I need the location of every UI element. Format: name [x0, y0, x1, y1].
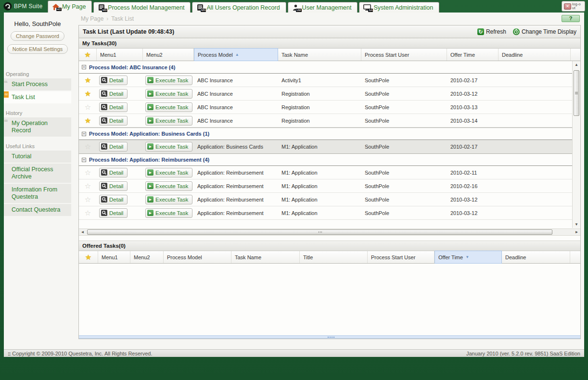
column-header-menu2[interactable]: Menu2 — [143, 49, 194, 61]
detail-button[interactable]: Detail — [99, 195, 128, 204]
task-row[interactable]: ★Detail▶Execute TaskABC InsuranceRegistr… — [79, 114, 572, 127]
favorite-star-cell[interactable]: ★ — [79, 116, 97, 125]
favorite-star-cell[interactable]: ★ — [79, 76, 97, 85]
column-header-process-model[interactable]: Process Model▲ — [194, 48, 278, 61]
play-icon: ▶ — [147, 90, 153, 97]
magnifier-icon — [101, 169, 107, 176]
scroll-right-arrow[interactable]: ► — [573, 229, 580, 235]
detail-label: Detail — [109, 170, 123, 176]
task-row[interactable]: ☆Detail▶Execute TaskApplication: Reimbur… — [79, 206, 572, 220]
task-row[interactable]: ☆Detail▶Execute TaskApplication: Reimbur… — [79, 193, 572, 206]
sidebar-item-start-process[interactable]: 01Start Process — [4, 78, 71, 90]
horizontal-scrollbar-thumb[interactable] — [87, 229, 552, 235]
execute-task-button[interactable]: ▶Execute Task — [145, 208, 192, 218]
star-column-header[interactable]: ★ — [79, 251, 98, 263]
process-model-group-header[interactable]: −Process Model: Application: Reimburseme… — [79, 153, 572, 166]
sidebar-item-contact-questetra[interactable]: Contact Questetra — [4, 204, 71, 216]
sidebar-item-information-from-questetra[interactable]: Information From Questetra — [4, 184, 71, 203]
column-header-deadline[interactable]: Deadline — [502, 251, 570, 263]
notice-email-settings-button[interactable]: Notice EMail Settings — [7, 44, 68, 54]
execute-task-button[interactable]: ▶Execute Task — [145, 195, 192, 204]
menu1-cell: Detail — [97, 195, 143, 204]
column-header-process-model[interactable]: Process Model — [164, 251, 231, 263]
execute-task-button[interactable]: ▶Execute Task — [145, 142, 192, 152]
execute-task-button[interactable]: ▶Execute Task — [145, 168, 192, 177]
task-row[interactable]: ☆Detail▶Execute TaskABC InsuranceRegistr… — [79, 101, 572, 114]
sort-asc-icon: ▲ — [235, 52, 239, 57]
detail-button[interactable]: Detail — [99, 142, 128, 152]
logout-button[interactable]: ✕ log-out — [562, 1, 585, 12]
column-header-task-name[interactable]: Task Name — [278, 49, 361, 61]
task-row[interactable]: ★Detail▶Execute TaskABC InsuranceActivit… — [79, 74, 572, 87]
panel-resize-splitter[interactable] — [79, 335, 580, 339]
column-header-title[interactable]: Title — [300, 251, 368, 263]
column-header-label: Title — [303, 254, 313, 260]
execute-task-button[interactable]: ▶Execute Task — [145, 76, 192, 85]
vertical-scrollbar-thumb[interactable] — [574, 70, 579, 116]
column-header-task-name[interactable]: Task Name — [231, 251, 300, 263]
sidebar-section-label-operating: Operating — [6, 71, 71, 77]
scroll-up-arrow[interactable]: ▲ — [573, 61, 580, 68]
column-header-menu2[interactable]: Menu2 — [130, 251, 164, 263]
process-model-cell: Application: Reimbursement — [194, 170, 278, 176]
tab-system-administration[interactable]: SASystem Administration — [359, 2, 439, 13]
clock-icon — [513, 28, 520, 35]
execute-task-button[interactable]: ▶Execute Task — [145, 116, 192, 126]
execute-task-button[interactable]: ▶Execute Task — [145, 102, 192, 112]
magnifier-icon — [101, 77, 107, 83]
sidebar-item-label: Contact Questetra — [12, 206, 60, 213]
task-row[interactable]: ☆Detail▶Execute TaskApplication: Busines… — [79, 140, 572, 153]
column-header-offer-time[interactable]: Offer Time▼ — [435, 251, 502, 264]
tab-all-users-operation-record[interactable]: MNAll Users Operation Record — [192, 2, 286, 13]
menu1-cell: Detail — [97, 208, 143, 218]
favorite-star-cell[interactable]: ☆ — [79, 182, 97, 190]
column-header-process-start-user[interactable]: Process Start User — [368, 251, 435, 263]
column-header-offer-time[interactable]: Offer Time — [447, 49, 499, 61]
tab-user-management[interactable]: UMUser Management — [288, 2, 358, 13]
column-header-deadline[interactable]: Deadline — [499, 49, 571, 61]
scroll-left-arrow[interactable]: ◄ — [79, 229, 86, 235]
detail-button[interactable]: Detail — [99, 208, 128, 218]
detail-button[interactable]: Detail — [99, 116, 128, 126]
column-header-menu1[interactable]: Menu1 — [97, 49, 143, 61]
detail-button[interactable]: Detail — [99, 89, 128, 99]
favorite-star-cell[interactable]: ★ — [79, 89, 97, 98]
column-header-process-start-user[interactable]: Process Start User — [361, 49, 447, 61]
breadcrumb-my-page[interactable]: My Page — [81, 15, 103, 22]
tab-label: Process Model Management — [108, 4, 184, 11]
process-model-group-header[interactable]: −Process Model: Application: Business Ca… — [79, 127, 572, 140]
detail-button[interactable]: Detail — [99, 181, 128, 191]
help-button[interactable]: ? — [562, 15, 580, 22]
detail-button[interactable]: Detail — [99, 102, 128, 112]
task-row[interactable]: ★Detail▶Execute TaskABC InsuranceRegistr… — [79, 87, 572, 101]
task-row[interactable]: ☆Detail▶Execute TaskApplication: Reimbur… — [79, 179, 572, 193]
refresh-button[interactable]: ↻ Refresh — [477, 28, 506, 35]
vertical-scrollbar[interactable]: ▲ ▼ — [572, 61, 580, 228]
favorite-star-cell[interactable]: ☆ — [79, 103, 97, 112]
favorite-star-cell[interactable]: ☆ — [79, 209, 97, 217]
horizontal-scrollbar[interactable]: ◄ ► — [79, 228, 580, 236]
tab-process-model-management[interactable]: MDProcess Model Management — [93, 2, 191, 13]
favorite-star-cell[interactable]: ☆ — [79, 195, 97, 204]
task-row[interactable]: ☆Detail▶Execute TaskApplication: Reimbur… — [79, 166, 572, 179]
scroll-down-arrow[interactable]: ▼ — [573, 221, 580, 228]
star-column-header[interactable]: ★ — [79, 49, 97, 61]
process-model-group-header[interactable]: −Process Model: ABC Insurance (4) — [79, 61, 572, 74]
favorite-star-cell[interactable]: ☆ — [79, 168, 97, 177]
sidebar-item-tutorial[interactable]: Tutorial — [4, 151, 71, 163]
menu2-cell: ▶Execute Task — [143, 181, 194, 191]
tab-my-page[interactable]: HOMy Page — [48, 0, 92, 13]
change-time-display-button[interactable]: Change Time Display — [513, 28, 576, 35]
sidebar-item-my-operation-record[interactable]: 03My Operation Record — [4, 117, 71, 137]
sidebar-item-task-list[interactable]: 02Task List — [4, 91, 71, 103]
sidebar-item-official-process-archive[interactable]: Official Process Archive — [4, 164, 71, 183]
execute-task-button[interactable]: ▶Execute Task — [145, 181, 192, 191]
change-password-button[interactable]: Change Password — [11, 31, 64, 41]
favorite-star-cell[interactable]: ☆ — [79, 142, 97, 151]
detail-button[interactable]: Detail — [99, 168, 128, 177]
process-start-user-cell: SouthPole — [361, 197, 447, 203]
version-text: January 2010 (ver. 5.2.0 rev. 9851) SaaS… — [466, 351, 580, 356]
column-header-menu1[interactable]: Menu1 — [98, 251, 130, 263]
execute-task-button[interactable]: ▶Execute Task — [145, 89, 192, 99]
detail-button[interactable]: Detail — [99, 76, 128, 85]
